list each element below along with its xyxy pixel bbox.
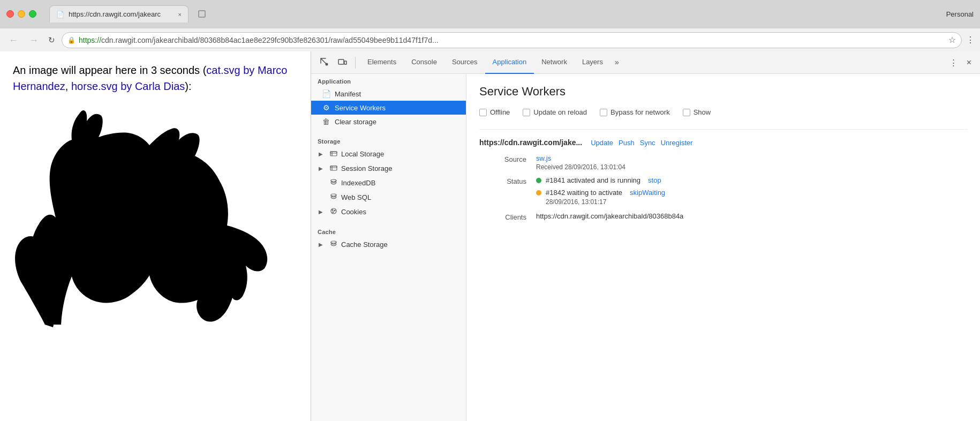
cat-body-path <box>29 110 267 325</box>
sw-unregister-link[interactable]: Unregister <box>661 139 693 147</box>
show-checkbox[interactable] <box>683 109 690 116</box>
back-button[interactable]: ← <box>5 33 21 47</box>
status-dot-orange <box>536 190 541 196</box>
devtools-close-button[interactable]: × <box>962 55 976 70</box>
page-text-suffix: ): <box>185 80 191 92</box>
clients-value: https://cdn.rawgit.com/jakearchibald/803… <box>536 212 967 220</box>
sidebar-item-session-storage[interactable]: ▶ Session Storage <box>311 161 466 176</box>
sw-push-link[interactable]: Push <box>619 139 635 147</box>
sw-update-link[interactable]: Update <box>591 139 613 147</box>
element-picker-icon[interactable] <box>315 54 333 71</box>
sw-source-file-link[interactable]: sw.js <box>536 154 551 162</box>
svg-rect-2 <box>338 59 344 64</box>
clients-label: Clients <box>479 212 533 221</box>
bypass-for-network-checkbox-label[interactable]: Bypass for network <box>600 108 670 116</box>
show-checkbox-label[interactable]: Show <box>683 108 711 116</box>
close-traffic-light[interactable] <box>6 10 14 18</box>
address-bar[interactable]: 🔒 https://cdn.rawgit.com/jakearchibald/8… <box>62 32 962 48</box>
sw-waiting-timestamp: 28/09/2016, 13:01:17 <box>536 198 967 206</box>
svg-rect-3 <box>344 61 346 64</box>
title-bar: 📄 https://cdn.rawgit.com/jakearc × Perso… <box>0 0 980 28</box>
devtools-toolbar: Elements Console Sources Application Net… <box>311 51 980 74</box>
cookies-arrow: ▶ <box>319 209 326 215</box>
source-value: sw.js Received 28/09/2016, 13:01:04 <box>536 154 967 171</box>
svg-point-16 <box>331 241 336 243</box>
svg-rect-4 <box>330 152 337 156</box>
tab-bar: 📄 https://cdn.rawgit.com/jakearc × <box>49 5 215 22</box>
more-tabs-button[interactable]: » <box>610 51 623 74</box>
tab-layers[interactable]: Layers <box>575 51 610 74</box>
cookies-icon <box>329 207 338 216</box>
bypass-for-network-checkbox[interactable] <box>600 109 607 116</box>
status-entries: #1841 activated and is running stop #184… <box>536 176 967 206</box>
cookies-label: Cookies <box>341 208 366 216</box>
new-tab-button[interactable] <box>189 5 215 22</box>
session-storage-arrow: ▶ <box>319 166 326 171</box>
tab-elements[interactable]: Elements <box>360 51 404 74</box>
cache-storage-label: Cache Storage <box>341 240 388 249</box>
browser-tab[interactable]: 📄 https://cdn.rawgit.com/jakearc × <box>49 5 189 22</box>
sidebar-item-manifest[interactable]: 📄 Manifest <box>311 87 466 101</box>
local-storage-icon <box>329 149 338 159</box>
horse-svg-link[interactable]: horse.svg by Carla Dias <box>71 80 185 92</box>
offline-checkbox[interactable] <box>479 109 487 116</box>
clear-storage-label: Clear storage <box>335 118 376 126</box>
sw-options-row: Offline Update on reload Bypass for netw… <box>479 108 967 116</box>
tab-application[interactable]: Application <box>485 51 534 74</box>
refresh-button[interactable]: ↻ <box>46 33 57 47</box>
sw-source-timestamp: Received 28/09/2016, 13:01:04 <box>536 163 967 171</box>
tab-close-button[interactable]: × <box>178 11 182 18</box>
clear-storage-icon: 🗑 <box>322 117 330 126</box>
sw-url-row: https://cdn.rawgit.com/jake... Update Pu… <box>479 138 967 147</box>
cache-storage-arrow: ▶ <box>319 242 326 247</box>
sidebar-item-cache-storage[interactable]: ▶ Cache Storage <box>311 237 466 252</box>
offline-checkbox-label[interactable]: Offline <box>479 108 510 116</box>
tab-sources[interactable]: Sources <box>444 51 485 74</box>
service-workers-icon: ⚙ <box>322 103 330 112</box>
session-storage-icon <box>329 164 338 173</box>
sw-status-entry-1: #1841 activated and is running stop <box>536 176 967 184</box>
page-text-prefix: An image will appear here in 3 seconds ( <box>13 64 206 76</box>
address-text: https://cdn.rawgit.com/jakearchibald/803… <box>79 36 945 44</box>
svg-rect-8 <box>330 166 337 168</box>
sidebar-item-cookies[interactable]: ▶ Cookies <box>311 205 466 219</box>
svg-point-10 <box>331 179 336 182</box>
devtools-tabs: Elements Console Sources Application Net… <box>360 51 623 74</box>
cat-image-area <box>13 100 298 359</box>
sw-skipwaiting-link[interactable]: skipWaiting <box>630 189 665 197</box>
source-label: Source <box>479 154 533 163</box>
sw-sync-link[interactable]: Sync <box>640 139 655 147</box>
update-on-reload-checkbox-label[interactable]: Update on reload <box>523 108 587 116</box>
show-label: Show <box>693 108 711 116</box>
sidebar-item-clear-storage[interactable]: 🗑 Clear storage <box>311 115 466 129</box>
status-label: Status <box>479 176 533 185</box>
svg-point-14 <box>334 210 335 211</box>
sidebar-item-indexeddb[interactable]: ▶ IndexedDB <box>311 176 466 190</box>
sw-status-text-2: #1842 waiting to activate <box>546 189 622 197</box>
bypass-for-network-label: Bypass for network <box>610 108 670 116</box>
devtools-options-button[interactable]: ⋮ <box>946 55 961 70</box>
local-storage-arrow: ▶ <box>319 151 326 157</box>
sidebar-item-local-storage[interactable]: ▶ Local Storage <box>311 147 466 161</box>
cache-storage-icon <box>329 240 338 249</box>
sidebar-item-service-workers[interactable]: ⚙ Service Workers <box>311 101 466 115</box>
manifest-icon: 📄 <box>322 89 330 98</box>
maximize-traffic-light[interactable] <box>29 10 36 18</box>
sw-source-row: Source sw.js Received 28/09/2016, 13:01:… <box>479 154 967 171</box>
sw-stop-link[interactable]: stop <box>648 176 661 184</box>
tab-console[interactable]: Console <box>404 51 444 74</box>
tab-network[interactable]: Network <box>534 51 575 74</box>
minimize-traffic-light[interactable] <box>18 10 25 18</box>
sidebar-item-websql[interactable]: ▶ Web SQL <box>311 190 466 205</box>
toolbar: ← → ↻ 🔒 https://cdn.rawgit.com/jakearchi… <box>0 28 980 51</box>
browser-menu-button[interactable]: ⋮ <box>966 35 975 45</box>
sw-status-row: Status #1841 activated and is running st… <box>479 176 967 206</box>
bookmark-star-icon[interactable]: ☆ <box>948 35 956 45</box>
devtools-body: Application 📄 Manifest ⚙ Service Workers… <box>311 74 980 421</box>
responsive-mode-icon[interactable] <box>334 54 351 71</box>
devtools-panel: Elements Console Sources Application Net… <box>311 51 980 421</box>
svg-point-1 <box>326 63 328 66</box>
update-on-reload-checkbox[interactable] <box>523 109 530 116</box>
forward-button[interactable]: → <box>26 33 42 47</box>
sw-status-entry-2: #1842 waiting to activate skipWaiting <box>536 189 967 197</box>
